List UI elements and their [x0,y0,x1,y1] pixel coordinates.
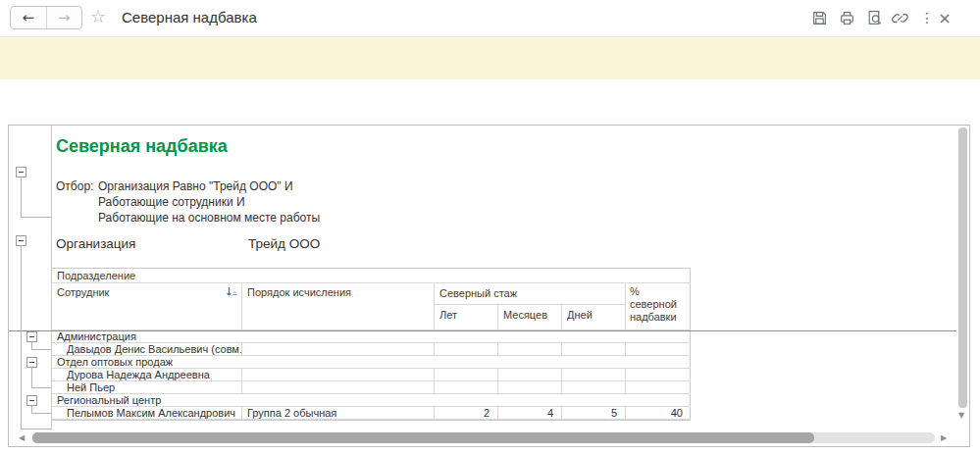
percent-cell[interactable] [626,381,691,394]
months-cell[interactable] [498,369,562,381]
months-cell[interactable]: 4 [498,407,562,420]
percent-cell[interactable]: 40 [626,407,691,420]
months-cell[interactable] [498,381,562,394]
employee-header-cell[interactable]: Сотрудник [52,283,242,330]
seniority-header-cell[interactable]: Северный стаж [435,283,626,305]
years-cell[interactable] [435,369,498,381]
forward-button[interactable]: → [46,7,82,28]
order-cell[interactable] [242,343,435,356]
group-cell[interactable]: Региональный центр [52,394,691,407]
tree-line [31,413,51,414]
employee-cell[interactable]: Дурова Надежда Андреевна [52,369,242,381]
department-header-cell[interactable]: Подразделение [52,269,691,283]
scroll-right-arrow[interactable]: ▶ [941,433,947,442]
print-icon[interactable] [838,9,855,26]
tree-line [21,429,51,430]
horizontal-scrollbar-thumb[interactable] [32,432,814,443]
filter-bar: Дата: ▾ ✓ Организация: ▾ [0,36,980,79]
tree-line [31,368,32,387]
save-icon[interactable] [810,9,828,26]
years-cell[interactable]: 2 [435,407,498,420]
report-toolbar: Сформировать Настройки... ▾ [0,79,980,125]
tree-line [21,217,51,218]
org-row-label: Организация [56,236,135,251]
tree-line [31,387,51,388]
years-cell[interactable] [435,381,498,394]
selection-line: Работающие на основном месте работы [98,211,320,225]
horizontal-scrollbar-track[interactable] [32,432,935,443]
scroll-left-arrow[interactable]: ◀ [19,433,25,442]
order-cell[interactable] [242,369,435,381]
collapse-toggle[interactable] [26,331,37,342]
months-cell[interactable] [498,343,562,356]
days-cell[interactable] [562,381,626,394]
days-cell[interactable]: 5 [562,407,626,420]
days-cell[interactable] [562,369,626,381]
days-header-cell[interactable]: Дней [562,305,626,330]
scroll-down-arrow[interactable]: ▼ [958,411,964,420]
order-cell[interactable] [242,381,435,394]
employee-header-label: Сотрудник [57,286,109,298]
selection-line: Работающие сотрудники И [98,195,245,209]
more-menu-icon[interactable]: ⋮ [918,9,936,26]
collapse-toggle[interactable] [26,395,37,406]
back-button[interactable]: ← [11,7,46,28]
tree-line [31,342,32,349]
years-header-cell[interactable]: Лет [435,305,498,330]
employee-cell[interactable]: Пелымов Максим Александрович [52,407,242,420]
percent-cell[interactable] [626,343,691,356]
tree-line [31,406,32,413]
history-nav: ← → [10,6,82,29]
page-title: Северная надбавка [122,9,257,25]
years-cell[interactable] [435,343,498,356]
report-title: Северная надбавка [56,136,228,157]
employee-cell[interactable]: Давыдов Денис Васильевич (совм.) [52,343,242,356]
days-cell[interactable] [562,343,626,356]
employee-cell[interactable]: Ней Пьер [52,381,242,394]
order-cell[interactable]: Группа 2 обычная [242,407,435,420]
report-viewport: Северная надбавка Отбор: Организация Рав… [8,125,970,447]
vertical-scrollbar-thumb[interactable] [958,127,967,408]
print-preview-icon[interactable] [865,9,883,26]
tree-line [31,349,51,350]
collapse-toggle[interactable] [26,357,37,368]
tree-line [21,246,22,429]
percent-cell[interactable] [626,369,691,381]
link-icon[interactable] [891,9,908,26]
collapse-toggle[interactable] [16,167,26,177]
report-table: Подразделение Сотрудник Порядок исчислен… [51,268,691,421]
percent-header-cell[interactable]: % северной надбавки [626,283,691,330]
favorite-star-icon[interactable]: ☆ [90,6,106,26]
collapse-toggle[interactable] [16,235,26,246]
selection-line: Организация Равно "Трейд ООО" И [98,179,293,193]
group-cell[interactable]: Администрация [52,330,691,343]
window-titlebar: ← → ☆ Северная надбавка ⋮ × [0,0,980,36]
sort-ascending-icon[interactable] [226,286,238,300]
close-icon[interactable]: × [936,9,954,26]
selection-label: Отбор: [56,179,93,193]
org-row-value: Трейд ООО [248,236,320,251]
report-window: ← → ☆ Северная надбавка ⋮ × [0,0,980,455]
group-cell[interactable]: Отдел оптовых продаж [52,356,691,369]
months-header-cell[interactable]: Месяцев [498,305,562,330]
header-freeze-line [9,330,956,331]
order-header-cell[interactable]: Порядок исчисления [242,283,435,330]
tree-line [21,177,22,217]
